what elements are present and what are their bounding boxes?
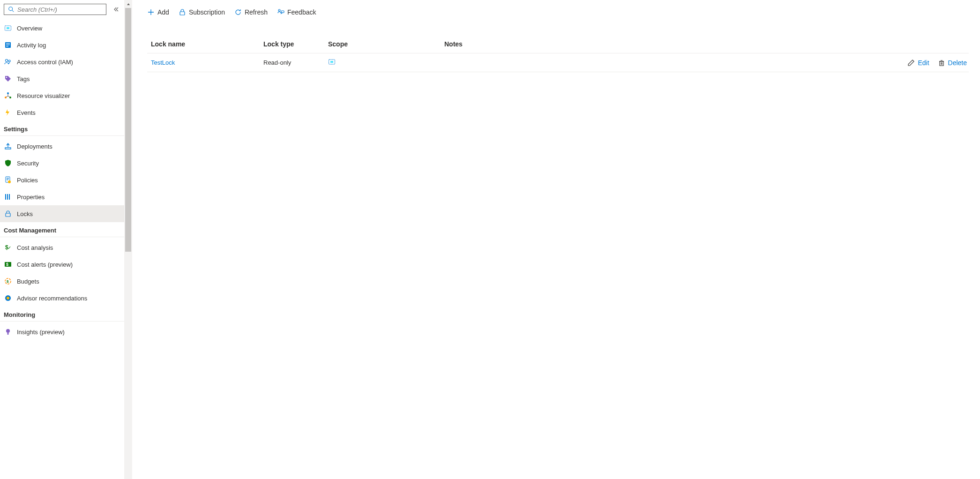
sidebar-item-properties[interactable]: Properties xyxy=(0,188,124,205)
sidebar-item-advisor[interactable]: Advisor recommendations xyxy=(0,290,124,307)
svg-rect-20 xyxy=(6,213,10,217)
svg-rect-14 xyxy=(5,148,11,149)
toolbar-label: Subscription xyxy=(189,8,225,16)
sidebar-search-box[interactable] xyxy=(4,4,106,15)
sidebar-item-access-control[interactable]: Access control (IAM) xyxy=(0,53,124,70)
edit-label: Edit xyxy=(918,59,929,67)
sidebar-scrollbar[interactable] xyxy=(124,0,132,479)
activity-log-icon xyxy=(4,41,12,49)
sidebar-item-cost-alerts[interactable]: $ Cost alerts (preview) xyxy=(0,256,124,273)
cost-alerts-icon: $ xyxy=(4,260,12,269)
sidebar-item-label: Activity log xyxy=(17,42,46,49)
refresh-button[interactable]: Refresh xyxy=(234,4,268,21)
edit-icon xyxy=(907,59,915,67)
table-header-row: Lock name Lock type Scope Notes xyxy=(147,35,969,53)
column-header-type[interactable]: Lock type xyxy=(263,40,328,48)
subscription-button[interactable]: Subscription xyxy=(179,4,225,21)
svg-rect-7 xyxy=(6,46,8,46)
svg-point-11 xyxy=(7,92,9,94)
add-button[interactable]: Add xyxy=(147,4,169,21)
sidebar-item-label: Insights (preview) xyxy=(17,329,65,336)
locks-table: Lock name Lock type Scope Notes TestLock… xyxy=(147,35,969,72)
toolbar: Add Subscription Refresh Feedback xyxy=(147,4,969,21)
budgets-icon: $ xyxy=(4,277,12,285)
svg-rect-6 xyxy=(6,45,10,45)
sidebar-item-label: Events xyxy=(17,109,36,116)
search-input[interactable] xyxy=(15,6,103,13)
feedback-button[interactable]: Feedback xyxy=(277,4,316,21)
events-icon xyxy=(4,108,12,117)
sidebar-section-monitoring: Monitoring xyxy=(0,307,124,322)
sidebar-item-label: Security xyxy=(17,160,39,167)
svg-rect-34 xyxy=(330,61,333,63)
edit-button[interactable]: Edit xyxy=(907,59,929,67)
feedback-icon xyxy=(277,8,284,16)
svg-point-27 xyxy=(7,297,9,299)
svg-rect-5 xyxy=(6,43,10,44)
sidebar-item-policies[interactable]: Policies xyxy=(0,172,124,188)
sidebar-item-label: Cost analysis xyxy=(17,244,53,251)
shield-icon xyxy=(4,159,12,167)
sidebar: Overview Activity log Access control (IA… xyxy=(0,0,124,479)
svg-rect-30 xyxy=(180,12,185,15)
column-header-scope[interactable]: Scope xyxy=(328,40,444,48)
sidebar-item-budgets[interactable]: $ Budgets xyxy=(0,273,124,290)
sidebar-item-activity-log[interactable]: Activity log xyxy=(0,37,124,53)
toolbar-label: Feedback xyxy=(287,8,316,16)
svg-point-0 xyxy=(9,7,13,11)
resource-group-icon xyxy=(328,58,336,66)
lock-name-link[interactable]: TestLock xyxy=(151,59,175,66)
sidebar-item-overview[interactable]: Overview xyxy=(0,20,124,37)
collapse-sidebar-button[interactable] xyxy=(112,5,120,14)
sidebar-item-label: Policies xyxy=(17,177,38,184)
svg-text:$: $ xyxy=(5,244,8,251)
properties-icon xyxy=(4,193,12,201)
sidebar-item-events[interactable]: Events xyxy=(0,104,124,121)
svg-point-10 xyxy=(6,77,7,78)
sidebar-item-label: Locks xyxy=(17,210,33,217)
svg-point-9 xyxy=(8,60,10,62)
toolbar-label: Add xyxy=(157,8,169,16)
sidebar-item-label: Advisor recommendations xyxy=(17,295,87,302)
sidebar-item-label: Budgets xyxy=(17,278,39,285)
deployments-icon xyxy=(4,142,12,150)
sidebar-item-insights[interactable]: Insights (preview) xyxy=(0,323,124,340)
svg-text:$: $ xyxy=(6,262,8,267)
svg-point-8 xyxy=(6,60,8,62)
lock-icon xyxy=(179,8,186,16)
sidebar-item-locks[interactable]: Locks xyxy=(0,205,124,222)
plus-icon xyxy=(147,8,155,16)
refresh-icon xyxy=(234,8,242,16)
sidebar-section-settings: Settings xyxy=(0,121,124,136)
search-icon xyxy=(7,5,15,14)
resource-group-icon xyxy=(4,24,12,32)
svg-line-1 xyxy=(12,10,14,12)
sidebar-item-cost-analysis[interactable]: $ Cost analysis xyxy=(0,239,124,256)
sidebar-item-label: Tags xyxy=(17,75,30,82)
sidebar-item-tags[interactable]: Tags xyxy=(0,70,124,87)
visualizer-icon xyxy=(4,91,12,100)
sidebar-item-label: Overview xyxy=(17,25,42,32)
svg-text:$: $ xyxy=(7,279,9,284)
sidebar-item-label: Properties xyxy=(17,194,45,201)
sidebar-item-security[interactable]: Security xyxy=(0,155,124,172)
column-header-notes[interactable]: Notes xyxy=(444,40,967,48)
scroll-up-arrow-icon[interactable] xyxy=(124,0,132,8)
people-icon xyxy=(4,58,12,66)
sidebar-item-deployments[interactable]: Deployments xyxy=(0,138,124,155)
svg-rect-35 xyxy=(940,61,943,66)
main-content: Add Subscription Refresh Feedback Lock n… xyxy=(132,0,980,479)
sidebar-item-label: Access control (IAM) xyxy=(17,59,73,66)
svg-rect-19 xyxy=(9,194,10,200)
svg-point-31 xyxy=(278,9,280,11)
svg-rect-18 xyxy=(7,194,8,200)
delete-button[interactable]: Delete xyxy=(938,59,967,67)
sidebar-item-resource-visualizer[interactable]: Resource visualizer xyxy=(0,87,124,104)
delete-label: Delete xyxy=(948,59,967,67)
svg-point-16 xyxy=(8,180,11,183)
scrollbar-thumb[interactable] xyxy=(125,8,131,252)
column-header-name[interactable]: Lock name xyxy=(147,40,263,48)
advisor-icon xyxy=(4,294,12,302)
policies-icon xyxy=(4,176,12,184)
svg-rect-32 xyxy=(281,11,284,13)
